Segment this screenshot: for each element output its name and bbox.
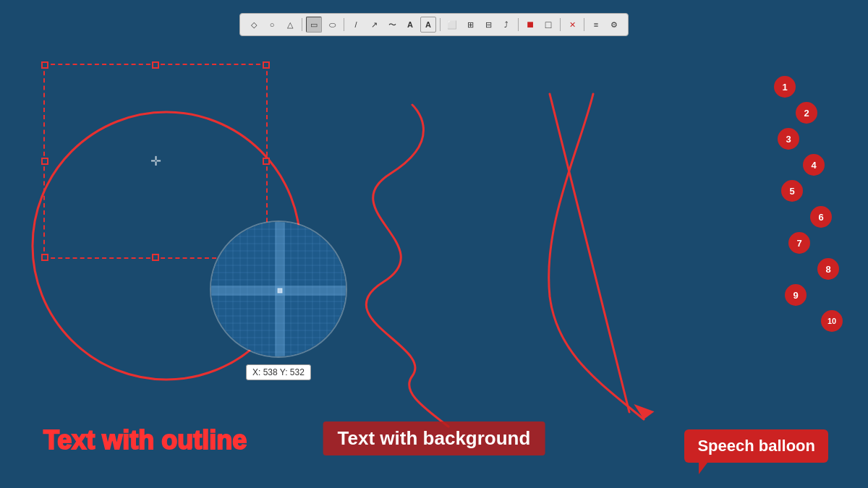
handle-mr[interactable] <box>263 158 270 165</box>
tool-ellipse2[interactable]: ⬭ <box>324 17 340 33</box>
tool-connector[interactable]: ⊞ <box>462 17 478 33</box>
circle-1: 1 <box>774 76 796 98</box>
circle-4: 4 <box>803 154 825 176</box>
separator-2 <box>344 18 344 31</box>
tool-redbox[interactable]: ■ <box>522 17 538 33</box>
circle-2: 2 <box>796 102 817 124</box>
numbered-circles-container: 1 2 3 4 5 6 7 8 9 10 <box>774 76 839 332</box>
separator-3 <box>440 18 441 31</box>
tool-freehand[interactable]: 〜 <box>384 17 400 33</box>
circle-9: 9 <box>785 284 807 306</box>
circle-3: 3 <box>778 128 799 150</box>
tool-arrow[interactable]: ↗ <box>366 17 382 33</box>
handle-bc[interactable] <box>152 254 159 261</box>
circle-5: 5 <box>781 180 803 202</box>
separator-5 <box>560 18 561 31</box>
coord-tooltip: X: 538 Y: 532 <box>246 364 311 380</box>
circle-10: 10 <box>821 310 843 332</box>
tool-ellipse[interactable]: ○ <box>264 17 280 33</box>
tool-callout[interactable]: ⬜ <box>444 17 460 33</box>
text-background-label: Text with background <box>323 421 545 455</box>
handle-ml[interactable] <box>41 158 48 165</box>
zoom-magnifier <box>210 221 347 358</box>
toolbar: ◇ ○ △ ▭ ⬭ / ↗ 〜 A A ⬜ ⊞ ⊟ ⤴ ■ □ ✕ ≡ ⚙ <box>239 13 629 36</box>
handle-tl[interactable] <box>41 61 48 69</box>
speech-balloon-container: Speech balloon <box>684 429 828 463</box>
coord-text: X: 538 Y: 532 <box>252 367 305 377</box>
handle-bl[interactable] <box>41 254 48 261</box>
handle-tc[interactable] <box>152 61 159 69</box>
tool-textbox[interactable]: A <box>420 17 436 33</box>
tool-line[interactable]: / <box>348 17 364 33</box>
separator-1 <box>302 18 302 31</box>
tool-table[interactable]: ⊟ <box>480 17 496 33</box>
circle-6: 6 <box>810 206 832 228</box>
tool-menu2[interactable]: ⚙ <box>606 17 622 33</box>
tool-delete[interactable]: ✕ <box>564 17 580 33</box>
separator-4 <box>518 18 519 31</box>
separator-6 <box>584 18 584 31</box>
tool-polygon[interactable]: △ <box>282 17 298 33</box>
handle-tr[interactable] <box>263 61 270 69</box>
circle-7: 7 <box>788 232 810 254</box>
speech-balloon-label: Speech balloon <box>684 429 828 463</box>
tool-text[interactable]: A <box>402 17 418 33</box>
tool-menu1[interactable]: ≡ <box>588 17 604 33</box>
svg-marker-1 <box>630 404 654 421</box>
selection-rect <box>43 64 268 259</box>
svg-rect-41 <box>278 288 282 293</box>
text-outline-label: Text with outline <box>43 425 247 455</box>
tool-rect[interactable]: ▭ <box>306 17 322 33</box>
tool-select[interactable]: ◇ <box>246 17 262 33</box>
circle-8: 8 <box>817 258 839 280</box>
tool-whitebox[interactable]: □ <box>540 17 556 33</box>
tool-chart[interactable]: ⤴ <box>498 17 514 33</box>
